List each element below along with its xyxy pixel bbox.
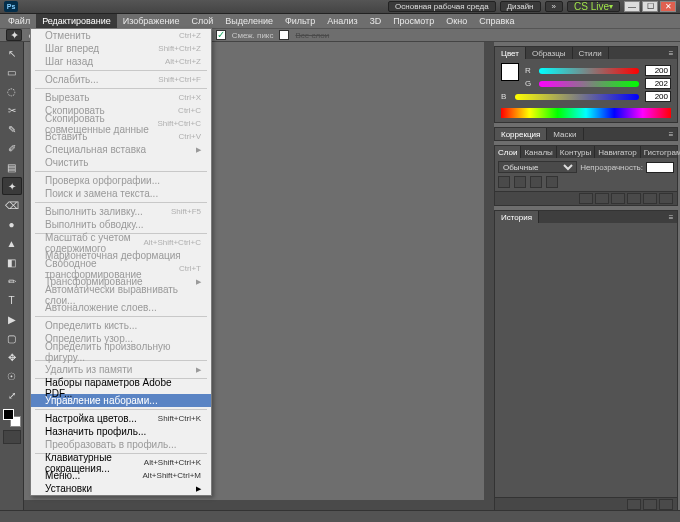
tool-4[interactable]: ✎ [2, 120, 22, 138]
tab-adjustments[interactable]: Коррекция [495, 128, 547, 140]
tab-masks[interactable]: Маски [547, 128, 583, 140]
menu-слой[interactable]: Слой [185, 14, 219, 28]
layer-mask-icon[interactable] [611, 193, 625, 204]
tab-styles[interactable]: Стили [573, 47, 609, 59]
tab-channels[interactable]: Каналы [521, 146, 556, 158]
tool-7[interactable]: ✦ [2, 177, 22, 195]
lock-transparency-icon[interactable] [498, 176, 510, 188]
status-bar [0, 510, 680, 522]
foreground-color-swatch[interactable] [501, 63, 519, 81]
new-snapshot-icon[interactable] [627, 499, 641, 510]
tab-swatches[interactable]: Образцы [526, 47, 573, 59]
tool-0[interactable]: ↖ [2, 44, 22, 62]
g-value[interactable]: 202 [645, 78, 671, 89]
opacity-input[interactable] [646, 162, 674, 173]
all-layers-checkbox[interactable] [279, 30, 289, 40]
menu-выделение[interactable]: Выделение [219, 14, 279, 28]
menu-3d[interactable]: 3D [364, 14, 388, 28]
link-layers-icon[interactable] [579, 193, 593, 204]
new-document-icon[interactable] [643, 499, 657, 510]
lock-all-icon[interactable] [546, 176, 558, 188]
tab-paths[interactable]: Контуры [557, 146, 595, 158]
tool-11[interactable]: ◧ [2, 253, 22, 271]
menu-item-label: Удалить из памяти [45, 364, 132, 375]
tool-2[interactable]: ◌ [2, 82, 22, 100]
tool-17[interactable]: ☉ [2, 367, 22, 385]
menu-item[interactable]: Наборы параметров Adobe PDF... [31, 381, 211, 394]
menu-анализ[interactable]: Анализ [321, 14, 363, 28]
menu-изображение[interactable]: Изображение [117, 14, 186, 28]
tool-15[interactable]: ▢ [2, 329, 22, 347]
tool-3[interactable]: ✂ [2, 101, 22, 119]
menu-item-shortcut: Alt+Shift+Ctrl+M [143, 471, 201, 480]
delete-layer-icon[interactable] [659, 193, 673, 204]
menu-item[interactable]: Назначить профиль... [31, 425, 211, 438]
tool-12[interactable]: ✏ [2, 272, 22, 290]
b-label: B [501, 92, 509, 101]
menu-separator [35, 202, 207, 203]
menu-справка[interactable]: Справка [473, 14, 520, 28]
tool-16[interactable]: ✥ [2, 348, 22, 366]
menu-item-label: Выполнить заливку... [45, 206, 143, 217]
menu-item: Специальная вставка [31, 143, 211, 156]
workspace-switcher[interactable]: Основная рабочая среда [388, 1, 496, 12]
menu-separator [35, 171, 207, 172]
vertical-scrollbar[interactable] [484, 42, 494, 510]
tool-18[interactable]: ⤢ [2, 386, 22, 404]
new-layer-icon[interactable] [643, 193, 657, 204]
menu-просмотр[interactable]: Просмотр [387, 14, 440, 28]
design-workspace-button[interactable]: Дизайн [500, 1, 541, 12]
tool-1[interactable]: ▭ [2, 63, 22, 81]
b-slider[interactable] [515, 94, 639, 100]
menu-separator [35, 70, 207, 71]
menu-окно[interactable]: Окно [440, 14, 473, 28]
tool-5[interactable]: ✐ [2, 139, 22, 157]
menu-редактирование[interactable]: Редактирование [36, 14, 117, 28]
tool-10[interactable]: ▲ [2, 234, 22, 252]
tool-14[interactable]: ▶ [2, 310, 22, 328]
contiguous-checkbox[interactable] [216, 30, 226, 40]
tool-9[interactable]: ● [2, 215, 22, 233]
maximize-button[interactable]: ☐ [642, 1, 658, 12]
more-button[interactable]: » [545, 1, 563, 12]
tool-13[interactable]: T [2, 291, 22, 309]
cs-live-button[interactable]: CS Live ▾ [567, 1, 620, 12]
blend-mode-select[interactable]: Обычные [498, 161, 577, 173]
menu-файл[interactable]: Файл [2, 14, 36, 28]
tab-layers[interactable]: Слои [495, 146, 521, 158]
new-group-icon[interactable] [627, 193, 641, 204]
all-layers-label: Все слои [295, 31, 329, 40]
quick-mask-icon[interactable] [3, 430, 21, 444]
tab-navigator[interactable]: Навигатор [595, 146, 640, 158]
panel-menu-icon[interactable]: ≡ [665, 211, 677, 223]
lock-pixels-icon[interactable] [514, 176, 526, 188]
minimize-button[interactable]: — [624, 1, 640, 12]
menu-фильтр[interactable]: Фильтр [279, 14, 321, 28]
menu-item[interactable]: Установки [31, 482, 211, 495]
hue-ramp[interactable] [501, 108, 671, 118]
adjustments-panel: Коррекция Маски ≡ [494, 127, 678, 141]
tool-6[interactable]: ▤ [2, 158, 22, 176]
menu-item[interactable]: Клавиатурные сокращения...Alt+Shift+Ctrl… [31, 456, 211, 469]
panel-menu-icon[interactable]: ≡ [665, 128, 677, 140]
r-value[interactable]: 200 [645, 65, 671, 76]
lock-position-icon[interactable] [530, 176, 542, 188]
close-button[interactable]: ✕ [660, 1, 676, 12]
opacity-label: Непрозрачность: [580, 163, 643, 172]
tool-8[interactable]: ⌫ [2, 196, 22, 214]
tab-history[interactable]: История [495, 211, 539, 223]
tab-color[interactable]: Цвет [495, 47, 526, 59]
horizontal-scrollbar[interactable] [24, 500, 484, 510]
menu-item-label: Автоналожение слоев... [45, 302, 157, 313]
menu-item-label: Поиск и замена текста... [45, 188, 158, 199]
r-slider[interactable] [539, 68, 639, 74]
layer-style-icon[interactable] [595, 193, 609, 204]
g-slider[interactable] [539, 81, 639, 87]
delete-state-icon[interactable] [659, 499, 673, 510]
menu-item[interactable]: Настройка цветов...Shift+Ctrl+K [31, 412, 211, 425]
menu-item-label: Определить кисть... [45, 320, 137, 331]
color-swatches[interactable] [3, 409, 21, 427]
b-value[interactable]: 200 [645, 91, 671, 102]
panel-menu-icon[interactable]: ≡ [665, 47, 677, 59]
tab-histogram[interactable]: Гистограмма [641, 146, 680, 158]
